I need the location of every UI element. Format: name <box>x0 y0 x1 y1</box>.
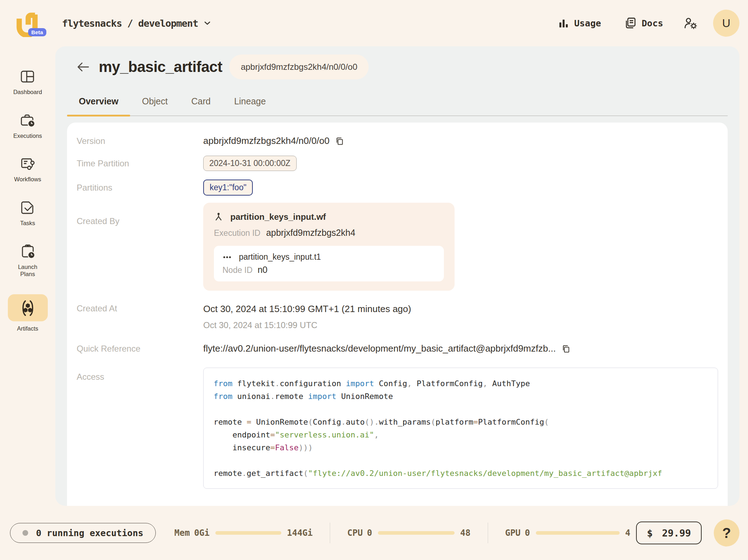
cpu-label: CPU <box>347 528 363 538</box>
divider <box>488 523 488 543</box>
running-executions-button[interactable]: 0 running executions <box>10 523 156 543</box>
partition-key-chip: key1:"foo" <box>203 180 253 196</box>
main-panel: my_basic_artifact apbrjxfd9mzfzbgs2kh4/n… <box>55 46 739 506</box>
gpu-resource: GPU0 4 <box>505 528 630 538</box>
created-at-utc: Oct 30, 2024 at 15:10:99 UTC <box>203 320 411 330</box>
created-by-row: Created By partition_keys_input.wf Execu… <box>77 203 718 291</box>
created-at-row: Created At Oct 30, 2024 at 15:10:99 GMT+… <box>77 304 718 330</box>
gpu-current: 0 <box>525 528 530 538</box>
status-dot <box>22 530 28 536</box>
sidebar-item-launch-plans[interactable]: Launch Plans <box>12 243 44 278</box>
launch-plans-icon <box>20 243 36 260</box>
back-arrow-icon <box>77 61 89 73</box>
quick-reference-value: flyte://av0.2/union-user/flytesnacks/dev… <box>203 343 556 354</box>
task-name: partition_keys_input.t1 <box>239 252 321 262</box>
tab-bar: Overview Object Card Lineage <box>67 96 728 116</box>
cpu-max: 48 <box>460 528 471 538</box>
executions-icon <box>20 112 36 129</box>
copy-version-button[interactable] <box>335 136 344 146</box>
artifacts-highlight <box>8 294 48 321</box>
tab-card[interactable]: Card <box>179 96 222 115</box>
code-block[interactable]: from flytekit.configuration import Confi… <box>203 368 718 489</box>
topbar: Beta flytesnacks / development Usage Doc… <box>0 0 748 46</box>
sidebar-label-artifacts: Artifacts <box>17 325 39 332</box>
page-title: my_basic_artifact <box>99 58 222 76</box>
workflow-fork-icon <box>214 212 223 222</box>
dashboard-icon <box>19 68 36 85</box>
chevron-down-icon <box>204 21 210 25</box>
sidebar-label-launch-tasks: Tasks <box>20 219 35 227</box>
partitions-label: Partitions <box>77 183 203 193</box>
sidebar-label-workflows: Workflows <box>14 176 41 183</box>
breadcrumb-text: flytesnacks / development <box>62 18 198 29</box>
execution-id-value: apbrjxfd9mzfzbgs2kh4 <box>266 228 355 238</box>
task-card[interactable]: partition_keys_input.t1 Node ID n0 <box>214 246 444 281</box>
help-label: ? <box>722 525 731 541</box>
created-at-label: Created At <box>77 304 203 330</box>
time-partition-chip: 2024-10-31 00:00:00Z <box>203 156 297 171</box>
mem-max: 144Gi <box>287 528 313 538</box>
cost-button[interactable]: $ 29.99 <box>636 522 702 544</box>
sidebar-item-executions[interactable]: Executions <box>13 112 42 140</box>
sidebar-label-executions: Executions <box>13 132 42 140</box>
tab-overview[interactable]: Overview <box>67 96 130 115</box>
artifacts-icon <box>19 299 37 317</box>
back-button[interactable] <box>77 61 89 73</box>
cpu-resource: CPU0 48 <box>347 528 471 538</box>
gpu-max: 4 <box>625 528 630 538</box>
avatar[interactable]: U <box>713 10 739 37</box>
cpu-bar <box>378 531 455 535</box>
running-executions-label: 0 running executions <box>36 528 143 538</box>
node-id-label: Node ID <box>222 265 252 275</box>
version-badge: apbrjxfd9mzfzbgs2kh4/n0/0/o0 <box>229 55 369 79</box>
tab-object[interactable]: Object <box>130 96 179 115</box>
gpu-bar <box>536 531 620 535</box>
workflow-name: partition_keys_input.wf <box>230 212 326 222</box>
quick-reference-label: Quick Reference <box>77 344 203 354</box>
sidebar-item-dashboard[interactable]: Dashboard <box>13 68 42 96</box>
created-by-label: Created By <box>77 203 203 291</box>
version-value: apbrjxfd9mzfzbgs2kh4/n0/0/o0 <box>203 135 329 146</box>
workflows-icon <box>19 156 36 172</box>
docs-icon <box>624 17 637 30</box>
copy-quick-reference-button[interactable] <box>562 344 571 353</box>
union-logo[interactable]: Beta <box>14 9 40 37</box>
overview-panel: Version apbrjxfd9mzfzbgs2kh4/n0/0/o0 Tim… <box>67 123 728 506</box>
user-gear-icon <box>684 17 697 30</box>
usage-nav[interactable]: Usage <box>558 17 601 29</box>
time-partition-row: Time Partition 2024-10-31 00:00:00Z <box>77 156 718 171</box>
access-row: Access from flytekit.configuration impor… <box>77 368 718 489</box>
time-partition-label: Time Partition <box>77 159 203 168</box>
node-id-value: n0 <box>257 265 267 275</box>
currency-symbol: $ <box>647 528 652 539</box>
tasks-icon <box>20 199 36 216</box>
mem-resource: Mem0Gi 144Gi <box>174 528 313 538</box>
version-row: Version apbrjxfd9mzfzbgs2kh4/n0/0/o0 <box>77 135 718 146</box>
breadcrumb[interactable]: flytesnacks / development <box>62 18 210 29</box>
statusbar: 0 running executions Mem0Gi 144Gi CPU0 4… <box>0 506 748 560</box>
tab-lineage[interactable]: Lineage <box>222 96 278 115</box>
access-label: Access <box>77 368 203 489</box>
copy-icon <box>335 136 344 146</box>
sidebar-label-launch-plans: Launch Plans <box>12 263 44 278</box>
version-label: Version <box>77 136 203 146</box>
mem-current: 0Gi <box>194 528 209 538</box>
copy-icon <box>562 344 571 353</box>
artifact-header: my_basic_artifact apbrjxfd9mzfzbgs2kh4/n… <box>67 54 728 80</box>
help-button[interactable]: ? <box>714 519 739 546</box>
cost-amount: 29.99 <box>662 528 691 539</box>
bar-chart-icon <box>558 17 569 29</box>
gpu-label: GPU <box>505 528 521 538</box>
sidebar-item-tasks[interactable]: Tasks <box>20 199 36 227</box>
docs-nav[interactable]: Docs <box>624 17 663 30</box>
ellipsis-icon <box>222 253 232 262</box>
execution-id-label: Execution ID <box>214 228 260 238</box>
mem-label: Mem <box>174 528 190 538</box>
sidebar-item-workflows[interactable]: Workflows <box>14 156 41 183</box>
divider <box>330 523 330 543</box>
user-settings-button[interactable] <box>684 17 697 30</box>
created-by-card[interactable]: partition_keys_input.wf Execution ID apb… <box>203 203 455 291</box>
sidebar-item-artifacts[interactable]: Artifacts <box>8 294 48 332</box>
partitions-row: Partitions key1:"foo" <box>77 180 718 196</box>
beta-badge: Beta <box>28 28 46 36</box>
